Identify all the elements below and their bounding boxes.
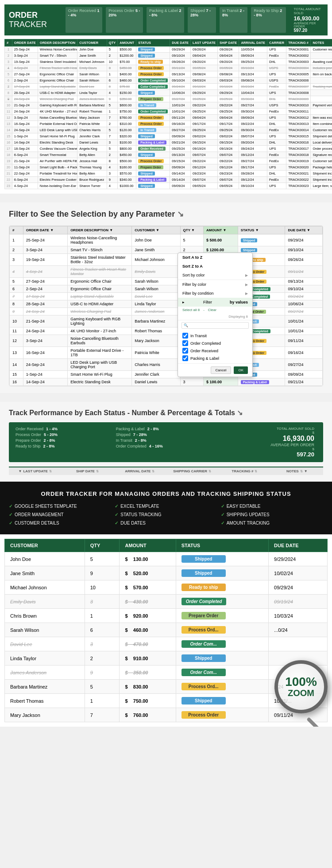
feature-item: ✓AMOUNT TRACKING xyxy=(221,521,323,525)
col-lastupdate: LAST UPDATE xyxy=(191,39,218,47)
table-row: Sarah Wilson 6 $ 460.00 Process Ord... .… xyxy=(5,623,328,637)
filter-search-input[interactable] xyxy=(181,322,249,329)
clear-link[interactable]: Clear xyxy=(208,308,216,312)
table-row: 1 25-Sep-24 Wireless Noise-Cancelling He… xyxy=(5,47,332,53)
filter-option[interactable]: Order Received xyxy=(182,347,248,354)
fd-select-all: Select all 8 - Clear xyxy=(178,307,252,313)
feature-item: ✓SHIPPING UPDATES xyxy=(221,512,323,517)
header-bar: ORDER TRACKER Order Received 1 - 4% Proc… xyxy=(4,4,328,35)
table-row: 20 11-Sep-24 Smart Light Bulb - 4 Pack T… xyxy=(5,164,332,171)
ft-col-due: DUE DATE ▼ xyxy=(285,226,323,234)
col-due: DUE DATE xyxy=(170,39,191,47)
list-item: 11 24-Sep-24 4K UHD Monitor - 27-inch Ro… xyxy=(10,327,323,335)
list-item: 7 17-Sep-24 Laptop Stand Adjustable Davi… xyxy=(10,293,323,300)
table-row: 10 21-Sep-24 Gaming Keyboard with RGB Li… xyxy=(5,102,332,109)
table-row: Jane Smith 9 $ 520.00 Shipped 10/02/24 xyxy=(5,566,328,580)
feature-item: ✓CUSTOMER DETAILS xyxy=(9,521,111,525)
ft-col-date: ORDER DATE ▼ xyxy=(23,226,67,234)
table-row: 21 22-Sep-24 Portable Treadmill for Home… xyxy=(5,171,332,177)
section3-title: Track Performance by Each Status - Numbe… xyxy=(9,409,323,417)
feature-item: ✓ORDER MANAGEMENT xyxy=(9,512,111,517)
table-row: Michael Johnson 10 $ 570.00 Ready to shi… xyxy=(5,580,328,595)
table-row: 16 14-Sep-24 Electric Standing Desk Dani… xyxy=(5,140,332,146)
filter-checkbox[interactable] xyxy=(182,340,188,346)
list-item: 2 3-Sep-24 Smart TV - 55inch Jane Smith … xyxy=(10,246,323,254)
col-notes: NOTES ⇅ ▼ xyxy=(271,469,323,473)
table-row: 14 24-Sep-24 LED Desk Lamp with USB Char… xyxy=(5,127,332,133)
list-item: 1 25-Sep-24 Wireless Noise-Cancelling He… xyxy=(10,234,323,246)
feature-item: ✓GOOGLE SHEETS TEMPLATE xyxy=(9,504,111,509)
features-grid: ✓GOOGLE SHEETS TEMPLATE✓EXCEL TEMPLATE✓E… xyxy=(9,504,323,525)
black-section-title: ORDER TRACKER FOR MANAGING ORDERS AND TR… xyxy=(9,490,323,497)
table-row: David Lee 3 $ 470.00 Order Com... xyxy=(5,637,328,651)
list-item: 4 4-Sep-24 Fitness Tracker with Heart Ra… xyxy=(10,266,323,278)
section1-spreadsheet: ORDER TRACKER Order Received 1 - 4% Proc… xyxy=(0,0,332,194)
table-row: 19 21-Sep-24 Air Purifier with HEPA Filt… xyxy=(5,158,332,164)
filter-by-condition[interactable]: Filter by condition ▶ xyxy=(178,289,252,298)
table-row: 5 27-Sep-24 Ergonomic Office Chair Sarah… xyxy=(5,71,332,78)
ft-col-num: # xyxy=(10,226,23,234)
feature-item: ✓EASY EDITABLE xyxy=(221,504,323,509)
perf-bar: Order Received 1 - 4% Process Order 5 - … xyxy=(9,422,323,462)
list-item: 5 27-Sep-24 Ergonomic Office Chair Sarah… xyxy=(10,278,323,285)
black-section: ORDER TRACKER FOR MANAGING ORDERS AND TR… xyxy=(0,482,332,534)
table-row: 4 4-Sep-24 Fitness Tracker with Heart Ra… xyxy=(5,65,332,71)
stat-packing: Packing & Label 2 - 8% xyxy=(147,7,184,33)
ft-col-amount: AMOUNT ▼ xyxy=(204,226,238,234)
perf-packing: Packing & Label 2 - 8% xyxy=(116,427,216,431)
sort-by-color[interactable]: Sort by color ▶ xyxy=(178,271,252,280)
filter-by-values[interactable]: ▸ Filter by values xyxy=(178,298,252,307)
col-amount: AMOUNT xyxy=(118,39,136,47)
ft-col-customer: CUSTOMER ▼ xyxy=(132,226,180,234)
filter-checkbox[interactable] xyxy=(182,355,188,361)
filter-dropdown: Sort A to Z Sort Z to A Sort by color ▶ … xyxy=(178,253,253,377)
stat-process-order: Process Order 5 - 20% xyxy=(106,7,143,33)
table-row: 2 3-Sep-24 Smart TV - 55inch Jane Smith … xyxy=(5,53,332,59)
list-item: 14 24-Sep-24 LED Desk Lamp with USB Char… xyxy=(10,359,323,371)
sort-a-z[interactable]: Sort A to Z xyxy=(178,253,252,262)
table-row: John Doe 5 $ 130.00 Shipped 9/29/2024 xyxy=(5,552,328,566)
list-item: 9 24-Sep-24 Wireless Charging Pad James … xyxy=(10,308,323,315)
filter-option[interactable]: Order Completed xyxy=(182,339,248,347)
col-desc: ORDER DESCRIPTION xyxy=(38,39,77,47)
table-row: 13 16-Sep-24 Portable External Hard Driv… xyxy=(5,121,332,127)
col-arrival-date: ARRIVAL DATE ⇅ xyxy=(114,469,166,473)
columns-bar: ▼ LAST UPDATE ⇅ SHIP DATE ⇅ ARRIVAL DATE… xyxy=(9,467,323,475)
col-shipping-carrier: SHIPPING CARRIER ⇅ xyxy=(166,469,218,473)
ft-col-desc: ORDER DESCRIPTION ▼ xyxy=(68,226,132,234)
col-status: STATUS xyxy=(136,39,170,47)
col-num: # xyxy=(5,39,12,47)
sort-z-a[interactable]: Sort Z to A xyxy=(178,262,252,271)
col-tracking: TRACKING # xyxy=(286,39,311,47)
filter-by-color[interactable]: Filter by color ▶ xyxy=(178,280,252,289)
col-carrier: CARRIER xyxy=(267,39,286,47)
perf-order-completed: Order Completed 4 - 16% xyxy=(116,444,216,448)
fd-options: In TransitOrder CompletedOrder ReceivedP… xyxy=(178,331,252,363)
filter-cancel-button[interactable]: Cancel xyxy=(211,366,232,374)
list-item: 16 14-Sep-24 Electric Standing Desk Dani… xyxy=(10,378,323,386)
table-row: 7 17-Sep-24 Laptop Stand Adjustable Davi… xyxy=(5,84,332,90)
zt-col-due: DUE DATE xyxy=(269,539,328,552)
table-row: 3 19-Sep-24 Stainless Steel Insulated Wa… xyxy=(5,59,332,65)
zt-col-amount: AMOUNT xyxy=(120,539,176,552)
overview-table: # ORDER DATE ORDER DESCRIPTION CUSTOMER … xyxy=(4,39,332,189)
list-item: 10 21-Sep-24 Gaming Keyboard with RGB Li… xyxy=(10,315,323,327)
table-row: 23 4-Sep-24 Noise-Isolating Over-Ear Hea… xyxy=(5,183,332,189)
col-date: ORDER DATE xyxy=(12,39,38,47)
stat-order-received: Order Received 1 - 4% xyxy=(66,7,103,33)
table-row: 17 18-Sep-24 Cordless Vacuum Cleaner Ang… xyxy=(5,146,332,152)
zt-col-status: STATUS xyxy=(176,539,268,552)
list-item: 3 19-Sep-24 Stainless Steel Insulated Wa… xyxy=(10,254,323,266)
select-all-link[interactable]: Select all 8 xyxy=(182,308,200,312)
col-ship: SHIP DATE xyxy=(218,39,239,47)
col-last-update: ▼ LAST UPDATE ⇅ xyxy=(9,469,61,473)
section2-filter: Filter to See the Selection by any Param… xyxy=(0,202,332,393)
filter-ok-button[interactable]: OK xyxy=(234,366,248,374)
zt-col-customer: CUSTOMER xyxy=(5,539,85,552)
filter-checkbox[interactable] xyxy=(182,348,188,354)
filter-option[interactable]: In Transit xyxy=(182,332,248,339)
section2-title: Filter to See the Selection by any Param… xyxy=(9,209,323,219)
filter-checkbox[interactable] xyxy=(182,333,188,339)
filter-option[interactable]: Packing & Label xyxy=(182,354,248,362)
header-stats: Order Received 1 - 4% Process Order 5 - … xyxy=(66,7,323,33)
